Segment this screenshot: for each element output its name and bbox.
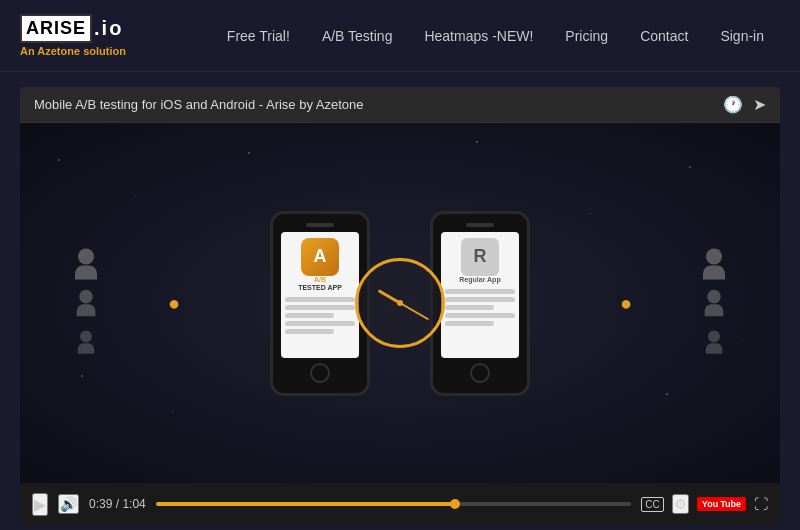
clock: [355, 258, 445, 348]
logo-text: ARISE: [26, 18, 86, 38]
video-title-icons: 🕐 ➤: [723, 95, 766, 114]
navbar: ARISE .io An Azetone solution Free Trial…: [0, 0, 800, 72]
nav-link-signin[interactable]: Sign-in: [704, 0, 780, 72]
phone-speaker-left: [306, 223, 334, 227]
logo-sub-suffix: solution: [80, 45, 126, 57]
nav-links: Free Trial! A/B Testing Heatmaps -NEW! P…: [156, 0, 780, 72]
settings-button[interactable]: ⚙: [672, 494, 689, 514]
logo-sub: An Azetone solution: [20, 45, 126, 57]
controls-right: CC ⚙ You Tube ⛶: [641, 494, 768, 514]
phone-screen-right: R Regular App: [441, 232, 519, 358]
nav-link-heatmaps[interactable]: Heatmaps -NEW!: [408, 0, 549, 72]
nav-link-pricing[interactable]: Pricing: [549, 0, 624, 72]
logo-io: .io: [94, 17, 123, 40]
content-lines-left: [285, 297, 355, 334]
user-head: [706, 249, 722, 265]
volume-button[interactable]: 🔊: [58, 494, 79, 514]
cc-button[interactable]: CC: [641, 497, 663, 512]
watch-later-icon[interactable]: 🕐: [723, 95, 743, 114]
app-label-ab: A/B: [314, 276, 326, 283]
content-lines-right: [445, 289, 515, 326]
logo-area: ARISE .io An Azetone solution: [20, 14, 126, 57]
content-line: [285, 305, 355, 310]
logo-top: ARISE .io: [20, 14, 126, 43]
content-line-short: [285, 329, 334, 334]
phone-speaker-right: [466, 223, 494, 227]
user-icon-right-3: [706, 330, 723, 353]
content-line: [445, 289, 515, 294]
content-line: [445, 297, 515, 302]
logo-box: ARISE: [20, 14, 92, 43]
user-body: [705, 304, 724, 316]
play-button[interactable]: ▶: [32, 493, 48, 516]
nav-link-ab-testing[interactable]: A/B Testing: [306, 0, 409, 72]
content-line-short: [285, 313, 334, 318]
phone-home-right: [470, 363, 490, 383]
time-current: 0:39: [89, 497, 112, 511]
logo-sub-prefix: An: [20, 45, 37, 57]
app-icon-r: R: [461, 238, 499, 276]
video-controls: ▶ 🔊 0:39 / 1:04 CC ⚙ You Tube ⛶: [20, 483, 780, 525]
user-body: [703, 266, 725, 280]
phones-area: A A/B TESTED APP: [20, 123, 780, 483]
content-line: [445, 313, 515, 318]
users-right: [703, 249, 725, 358]
phone-home-left: [310, 363, 330, 383]
app-icon-a: A: [301, 238, 339, 276]
time-display: 0:39 / 1:04: [89, 497, 146, 511]
video-title: Mobile A/B testing for iOS and Android -…: [34, 97, 364, 112]
user-head: [708, 330, 720, 342]
video-titlebar: Mobile A/B testing for iOS and Android -…: [20, 87, 780, 123]
progress-bar[interactable]: [156, 502, 632, 506]
content-line: [285, 321, 355, 326]
time-total: 1:04: [122, 497, 145, 511]
video-container: Mobile A/B testing for iOS and Android -…: [20, 87, 780, 525]
progress-bar-fill: [156, 502, 456, 506]
user-body: [706, 343, 723, 354]
phone-screen-left: A A/B TESTED APP: [281, 232, 359, 358]
user-icon-right-1: [703, 249, 725, 280]
share-icon[interactable]: ➤: [753, 95, 766, 114]
video-scene[interactable]: ● A A/B TESTED APP: [20, 123, 780, 483]
clock-hand-minute: [400, 302, 430, 320]
logo-sub-brand: Azetone: [37, 45, 80, 57]
nav-link-contact[interactable]: Contact: [624, 0, 704, 72]
app-label-right: Regular App: [459, 276, 500, 284]
content-line-short: [445, 305, 494, 310]
content-line: [285, 297, 355, 302]
user-head: [707, 290, 721, 304]
clock-center: [397, 300, 403, 306]
youtube-tube: Tube: [720, 499, 741, 509]
youtube-badge[interactable]: You Tube: [697, 497, 746, 511]
youtube-label: You: [702, 499, 718, 509]
arrow-right: ●: [620, 292, 632, 315]
progress-thumb[interactable]: [450, 499, 460, 509]
fullscreen-button[interactable]: ⛶: [754, 496, 768, 512]
app-label-left: A/B TESTED APP: [298, 276, 342, 293]
user-icon-right-2: [705, 290, 724, 316]
nav-link-free-trial[interactable]: Free Trial!: [211, 0, 306, 72]
content-line-short: [445, 321, 494, 326]
phone-regular: R Regular App: [430, 211, 530, 396]
